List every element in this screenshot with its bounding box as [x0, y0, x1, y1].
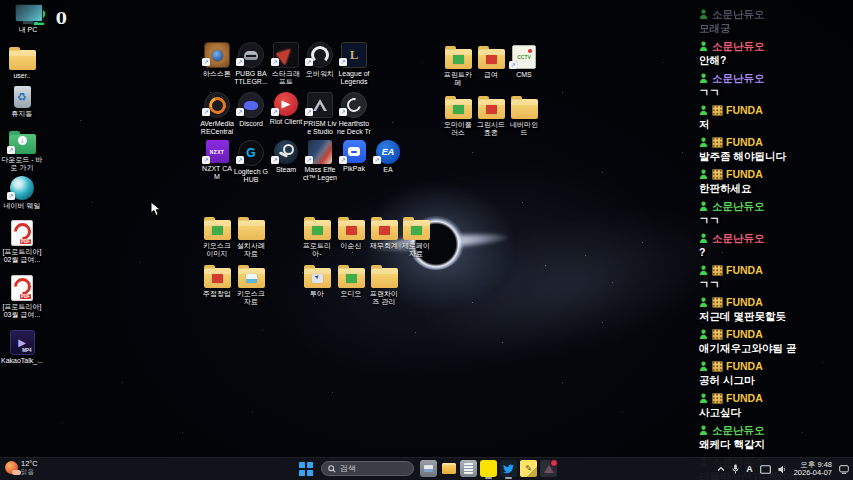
shortcut-arrow-icon: ↗	[236, 156, 244, 164]
chat-message: 소문난듀오왜케다 핵같지	[699, 424, 851, 450]
chat-username: FUNDA	[726, 168, 763, 181]
icon-label: Mass Effect™ Legendary _	[303, 166, 337, 183]
desktop-icon-avermedia-recentral[interactable]: ↗AVerMedia RECentral 4	[200, 92, 234, 137]
desktop-icon-protria-folder[interactable]: 프로트리아-	[300, 216, 334, 258]
subscriber-badge-icon	[712, 393, 723, 404]
system-tray: A 오후 9:48 2026-04-07	[717, 458, 849, 480]
subscriber-badge-icon	[712, 265, 723, 276]
folder-content-preview	[453, 55, 464, 64]
desktop-icon-audio[interactable]: 오디오	[334, 264, 368, 298]
chat-username: FUNDA	[726, 264, 763, 277]
tray-chevron-up-icon[interactable]	[717, 466, 725, 472]
desktop-icon-nzxt-cam[interactable]: ↗NZXT CAM	[200, 140, 234, 181]
desktop-icon-install-cases[interactable]: 설치사례 자료	[234, 216, 268, 258]
desktop-icon-pub-startup[interactable]: 주점창업	[200, 264, 234, 298]
chat-username: FUNDA	[726, 136, 763, 149]
desktop-icon-downloads-shortcut[interactable]: ↗다운로드 - 바로 가기	[0, 130, 44, 172]
desktop-icon-tua[interactable]: 투아	[300, 264, 334, 298]
desktop-icon-overwatch[interactable]: ↗오버워치	[303, 42, 337, 78]
desktop-icon-pdf-feb-pay[interactable]: [프로트리아] 02월 급여...	[0, 220, 44, 264]
yisunsin-icon	[338, 220, 365, 240]
shortcut-arrow-icon: ↗	[236, 58, 244, 66]
desktop-icon-nevermind[interactable]: 네버마인드	[507, 95, 541, 137]
shortcut-arrow-icon: ↗	[339, 156, 347, 164]
chat-message: 소문난듀오?	[699, 232, 851, 258]
subscriber-badge-icon	[712, 137, 723, 148]
twitter-taskbar-icon[interactable]	[500, 460, 517, 477]
kakaotalk-taskbar-icon[interactable]	[480, 460, 497, 477]
desktop-icon-recycle-bin[interactable]: 휴지통	[0, 86, 44, 118]
desktop-icon-naver-whale[interactable]: ↗네이버 웨일	[0, 176, 44, 210]
start-button[interactable]	[299, 462, 313, 476]
shortcut-arrow-icon: ↗	[236, 108, 244, 116]
desktop-icon-starcraft[interactable]: ↗스타크래프트	[269, 42, 303, 86]
shortcut-arrow-icon: ↗	[202, 156, 210, 164]
shortcut-arrow-icon: ↗	[305, 108, 313, 116]
icon-label: 그린시드효종	[474, 121, 508, 137]
user-folder-icon	[9, 50, 36, 70]
ime-indicator[interactable]: A	[746, 464, 753, 474]
desktop-icon-discord[interactable]: ↗Discord	[234, 92, 268, 128]
folder-content-preview	[346, 226, 357, 235]
desktop-icon-kiosk-docs[interactable]: 키오스크 자료	[234, 264, 268, 306]
desktop-icon-my-pc[interactable]: 내 PC	[6, 4, 50, 34]
icon-label: [프로트리아] 02월 급여...	[0, 248, 44, 264]
chat-message: FUNDAㄱㄱ	[699, 264, 851, 290]
shortcut-arrow-icon: ↗	[509, 61, 517, 69]
icon-label: AVerMedia RECentral 4	[200, 120, 234, 137]
shortcut-arrow-icon: ↗	[305, 156, 313, 164]
notification-center-icon[interactable]	[839, 465, 849, 474]
desktop-icon-logitech-g-hub[interactable]: ↗Logitech G HUB	[234, 140, 268, 184]
photos-taskbar-icon[interactable]	[420, 460, 437, 477]
microphone-icon[interactable]	[732, 464, 739, 474]
desktop-icon-user-folder[interactable]: user..	[0, 46, 44, 80]
desktop-icon-print-cafe[interactable]: 프린트카페	[441, 45, 475, 87]
desktop-icon-omy-plus[interactable]: 오마이플러스	[441, 95, 475, 137]
desktop-icon-kakaotalk-video[interactable]: KakaoTalk_...	[0, 330, 44, 365]
franchise-mgmt-icon	[371, 268, 398, 288]
desktop-icon-hearthstone-deck-tracker[interactable]: ↗Hearthstone Deck Tracker	[337, 92, 371, 137]
icon-label: Hearthstone Deck Tracker	[337, 120, 371, 137]
icon-label: 다운로드 - 바로 가기	[0, 156, 44, 172]
explorer-taskbar-icon[interactable]	[440, 460, 457, 477]
desktop-icon-league-of-legends[interactable]: ↗League of Legends	[337, 42, 371, 86]
chat-message: FUNDA사고싶다	[699, 392, 851, 418]
desktop-icon-cms[interactable]: ↗CMS	[507, 45, 541, 79]
icon-label: 내 PC	[6, 26, 50, 34]
desktop-icon-riot-client[interactable]: ↗Riot Client	[269, 92, 303, 126]
viewer-person-icon	[699, 297, 708, 310]
search-input[interactable]: 검색	[321, 461, 414, 476]
icon-label: 프랜차이즈 관리	[367, 290, 401, 306]
desktop-icon-pubg[interactable]: ↗PUBG BATTLEGR...	[234, 42, 268, 86]
display-icon[interactable]	[760, 465, 771, 474]
desktop-icon-mass-effect-legendary[interactable]: ↗Mass Effect™ Legendary _	[303, 140, 337, 183]
desktop-icon-hearthstone[interactable]: ↗하스스톤	[200, 42, 234, 78]
chat-message: 소문난듀오ㄱㄱ	[699, 72, 851, 98]
desktop-icon-prism-live-studio[interactable]: ↗PRISM Live Studio	[303, 92, 337, 136]
desktop-icon-steam[interactable]: ↗Steam	[269, 140, 303, 174]
install-cases-icon	[238, 220, 265, 240]
folder-content-preview	[486, 55, 497, 64]
desktop-icon-zeropay-docs[interactable]: 제로페이 자료	[399, 216, 433, 258]
subscriber-badge-icon	[712, 169, 723, 180]
icon-label: 오버워치	[303, 70, 337, 78]
desktop-icon-pikpak[interactable]: ↗PikPak	[337, 140, 371, 173]
desktop-icon-ea[interactable]: ↗EA	[371, 140, 405, 174]
chat-username: 소문난듀오	[712, 200, 765, 213]
taskbar-clock[interactable]: 오후 9:48 2026-04-07	[794, 461, 832, 477]
desktop-icon-salary[interactable]: 급여	[474, 45, 508, 79]
desktop-icon-accounting[interactable]: 재무회계	[367, 216, 401, 250]
desktop-icon-kiosk-image[interactable]: 키오스크 이미지	[200, 216, 234, 258]
desktop-icon-greenseed[interactable]: 그린시드효종	[474, 95, 508, 137]
stickynotes-taskbar-icon[interactable]	[520, 460, 537, 477]
desktop-icon-yisunsin[interactable]: 이순신	[334, 216, 368, 250]
chat-message: 소문난듀오모래궁	[699, 8, 851, 34]
alert-taskbar-icon[interactable]	[540, 460, 557, 477]
volume-icon[interactable]	[778, 465, 787, 474]
notepad-taskbar-icon[interactable]	[460, 460, 477, 477]
icon-label: user..	[0, 72, 44, 80]
desktop-icon-pdf-mar-pay[interactable]: [프로트리아] 03월 급여...	[0, 275, 44, 319]
desktop-icon-franchise-mgmt[interactable]: 프랜차이즈 관리	[367, 264, 401, 306]
weather-widget[interactable]: 12°C 맑음	[5, 460, 38, 475]
chat-text: ㄱㄱ	[699, 278, 851, 291]
